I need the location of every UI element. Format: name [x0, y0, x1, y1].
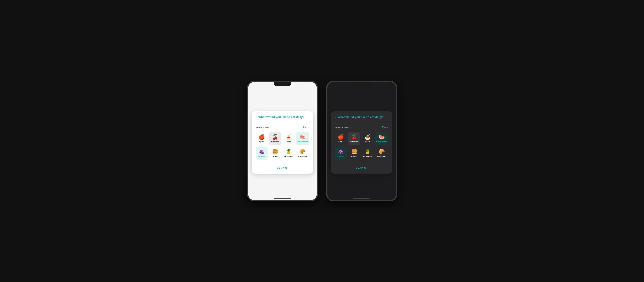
item-icon-watermelon: 🍉	[300, 134, 306, 139]
dialog-header-dark: ‹ What would you like to eat daily?	[331, 111, 392, 122]
item-label-croissant: Croissant	[377, 155, 386, 157]
selection-info-dark: Select at least 3. 2 of 4	[335, 125, 388, 129]
item-label-watermelon: Watermelon	[297, 141, 308, 143]
item-icon-croissant: 🥐	[300, 149, 306, 154]
item-card-burger[interactable]: 🍔Burger	[269, 147, 281, 160]
item-label-burger: Burger	[272, 155, 278, 157]
item-label-apple: Apple	[338, 141, 344, 143]
dialog-footer-light: CANCEL	[252, 163, 313, 174]
dialog-dark: ‹ What would you like to eat daily? Sele…	[331, 111, 392, 174]
item-card-pasta[interactable]: 🍝Pasta	[282, 132, 294, 145]
count-rest-dark: of 4	[384, 126, 388, 129]
chevron-icon-light: ‹	[256, 116, 257, 119]
select-label-light: Select at least 3.	[256, 126, 272, 129]
item-label-burger: Burger	[351, 155, 358, 157]
item-card-apple[interactable]: 🍎Apple	[256, 132, 268, 145]
count-number-dark: 2	[382, 125, 384, 129]
dialog-container-light: ‹ What would you like to eat daily? Sele…	[248, 82, 317, 200]
item-label-pineapple: Pineapple	[363, 155, 372, 157]
item-icon-cherries: 🍒	[351, 134, 358, 139]
item-card-cherries[interactable]: 🍒Cherries	[269, 132, 281, 145]
phone-light: ‹ What would you like to eat daily? Sele…	[247, 81, 318, 201]
cancel-button-light[interactable]: CANCEL	[274, 166, 291, 171]
item-icon-watermelon: 🍉	[379, 134, 385, 139]
item-label-cherries: Cherries	[271, 141, 279, 143]
dialog-light: ‹ What would you like to eat daily? Sele…	[252, 111, 313, 174]
item-label-grapes: Grapes	[258, 155, 265, 157]
item-icon-pineapple: 🍍	[286, 149, 292, 154]
item-icon-croissant: 🥐	[379, 149, 385, 154]
item-icon-pineapple: 🍍	[364, 149, 371, 154]
count-display-light: 2 of 4	[303, 125, 309, 129]
item-card-pasta[interactable]: 🍝Pasta	[362, 132, 374, 145]
dialog-body-light: Select at least 3. 2 of 4 🍎Apple🍒Cherrie…	[252, 122, 313, 160]
item-label-grapes: Grapes	[338, 155, 344, 157]
dialog-header-light: ‹ What would you like to eat daily?	[252, 111, 313, 122]
dialog-footer-dark: CANCEL	[331, 163, 392, 174]
item-icon-apple: 🍎	[338, 134, 344, 139]
item-label-apple: Apple	[259, 141, 264, 143]
item-icon-grapes: 🍇	[338, 149, 344, 154]
items-grid-dark: 🍎Apple🍒Cherries🍝Pasta🍉Watermelon🍇Grapes🍔…	[335, 132, 388, 160]
item-icon-pasta: 🍝	[364, 134, 371, 139]
item-card-burger[interactable]: 🍔Burger	[348, 147, 360, 160]
item-icon-pasta: 🍝	[286, 134, 292, 139]
dialog-title-light: What would you like to eat daily?	[258, 115, 304, 119]
item-label-pineapple: Pineapple	[284, 155, 293, 157]
item-icon-grapes: 🍇	[258, 149, 265, 154]
cancel-button-dark[interactable]: CANCEL	[353, 166, 370, 171]
item-card-watermelon[interactable]: 🍉Watermelon	[296, 132, 309, 145]
item-icon-burger: 🍔	[272, 149, 278, 154]
item-card-pineapple[interactable]: 🍍Pineapple	[362, 147, 374, 160]
item-label-pasta: Pasta	[286, 141, 291, 143]
item-card-cherries[interactable]: 🍒Cherries	[348, 132, 360, 145]
select-label-dark: Select at least 3.	[335, 126, 351, 129]
count-rest-light: of 4	[305, 126, 309, 129]
item-card-grapes[interactable]: 🍇Grapes	[256, 147, 268, 160]
dialog-container-dark: ‹ What would you like to eat daily? Sele…	[327, 82, 396, 200]
item-label-watermelon: Watermelon	[376, 141, 387, 143]
item-icon-burger: 🍔	[351, 149, 358, 154]
phone-dark: ‹ What would you like to eat daily? Sele…	[326, 81, 397, 201]
selection-info-light: Select at least 3. 2 of 4	[256, 125, 309, 129]
item-label-cherries: Cherries	[350, 141, 358, 143]
dialog-title-dark: What would you like to eat daily?	[338, 115, 384, 119]
item-label-croissant: Croissant	[298, 155, 307, 157]
item-card-grapes[interactable]: 🍇Grapes	[335, 147, 347, 160]
item-icon-apple: 🍎	[258, 134, 265, 139]
chevron-icon-dark: ‹	[335, 116, 336, 119]
item-card-croissant[interactable]: 🥐Croissant	[296, 147, 309, 160]
dialog-body-dark: Select at least 3. 2 of 4 🍎Apple🍒Cherrie…	[331, 122, 392, 160]
item-card-pineapple[interactable]: 🍍Pineapple	[282, 147, 294, 160]
item-icon-cherries: 🍒	[272, 134, 278, 139]
item-card-croissant[interactable]: 🥐Croissant	[375, 147, 388, 160]
items-grid-light: 🍎Apple🍒Cherries🍝Pasta🍉Watermelon🍇Grapes🍔…	[256, 132, 309, 160]
item-label-pasta: Pasta	[365, 141, 370, 143]
item-card-apple[interactable]: 🍎Apple	[335, 132, 347, 145]
item-card-watermelon[interactable]: 🍉Watermelon	[375, 132, 388, 145]
count-number-light: 2	[303, 125, 304, 129]
count-display-dark: 2 of 4	[382, 125, 388, 129]
